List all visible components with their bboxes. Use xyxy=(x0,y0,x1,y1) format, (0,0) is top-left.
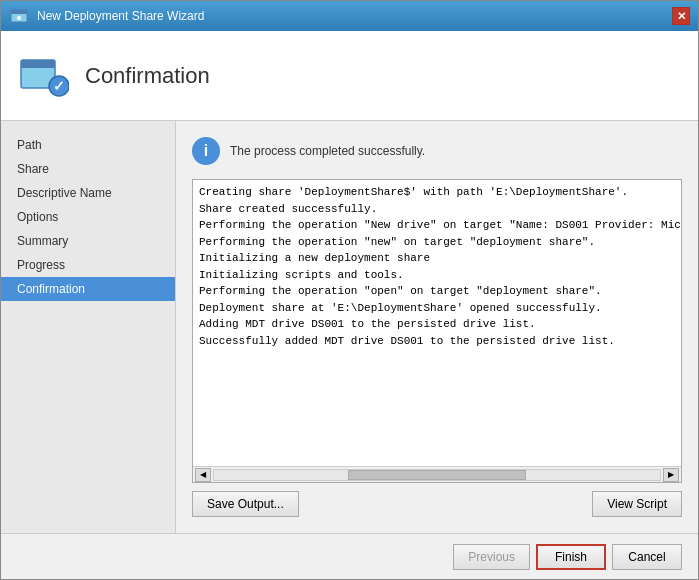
title-bar: New Deployment Share Wizard ✕ xyxy=(1,1,698,31)
svg-point-2 xyxy=(17,16,21,20)
success-message: The process completed successfully. xyxy=(230,144,425,158)
sidebar-item-confirmation[interactable]: Confirmation xyxy=(1,277,175,301)
sidebar-item-progress[interactable]: Progress xyxy=(1,253,175,277)
header-icon: ✓ xyxy=(17,50,69,102)
save-output-button[interactable]: Save Output... xyxy=(192,491,299,517)
log-area[interactable]: Creating share 'DeploymentShare$' with p… xyxy=(193,180,681,466)
previous-button[interactable]: Previous xyxy=(453,544,530,570)
sidebar: Path Share Descriptive Name Options Summ… xyxy=(1,121,176,533)
title-bar-title: New Deployment Share Wizard xyxy=(37,9,204,23)
success-banner: i The process completed successfully. xyxy=(192,137,682,165)
svg-rect-1 xyxy=(11,10,27,14)
sidebar-item-descriptive-name[interactable]: Descriptive Name xyxy=(1,181,175,205)
info-icon: i xyxy=(192,137,220,165)
header-section: ✓ Confirmation xyxy=(1,31,698,121)
main-content: Path Share Descriptive Name Options Summ… xyxy=(1,121,698,533)
bottom-buttons-row: Save Output... View Script xyxy=(192,491,682,517)
window-icon xyxy=(9,6,29,26)
header-title: Confirmation xyxy=(85,63,210,89)
title-bar-left: New Deployment Share Wizard xyxy=(9,6,204,26)
scroll-thumb[interactable] xyxy=(348,470,526,480)
close-button[interactable]: ✕ xyxy=(672,7,690,25)
footer: Previous Finish Cancel xyxy=(1,533,698,579)
wizard-window: New Deployment Share Wizard ✕ ✓ Confirma… xyxy=(0,0,699,580)
svg-rect-5 xyxy=(21,64,55,68)
svg-text:✓: ✓ xyxy=(53,78,65,94)
cancel-button[interactable]: Cancel xyxy=(612,544,682,570)
scroll-right-arrow[interactable]: ▶ xyxy=(663,468,679,482)
sidebar-item-summary[interactable]: Summary xyxy=(1,229,175,253)
scroll-track[interactable] xyxy=(213,469,661,481)
content-area: i The process completed successfully. Cr… xyxy=(176,121,698,533)
sidebar-item-path[interactable]: Path xyxy=(1,133,175,157)
view-script-button[interactable]: View Script xyxy=(592,491,682,517)
scroll-left-arrow[interactable]: ◀ xyxy=(195,468,211,482)
log-area-container: Creating share 'DeploymentShare$' with p… xyxy=(192,179,682,483)
sidebar-item-options[interactable]: Options xyxy=(1,205,175,229)
finish-button[interactable]: Finish xyxy=(536,544,606,570)
horizontal-scrollbar[interactable]: ◀ ▶ xyxy=(193,466,681,482)
sidebar-item-share[interactable]: Share xyxy=(1,157,175,181)
